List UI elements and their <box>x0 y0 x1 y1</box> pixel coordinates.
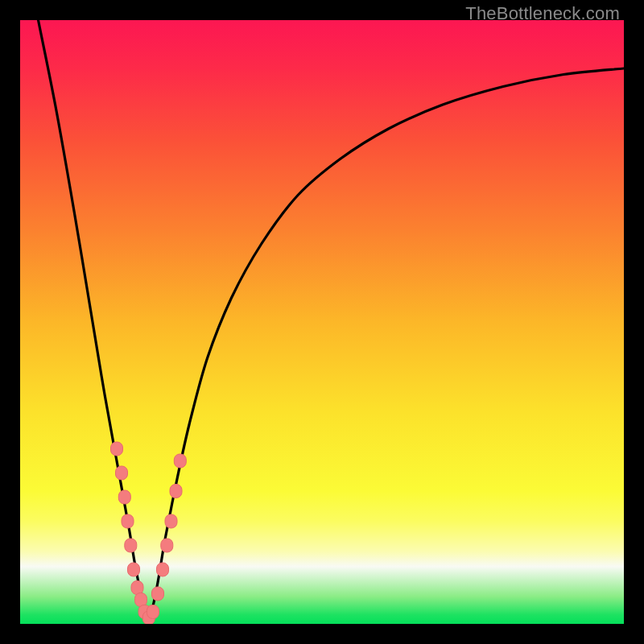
marker-point <box>122 514 134 528</box>
plot-area <box>20 20 624 624</box>
marker-point <box>118 490 130 504</box>
marker-point <box>125 539 137 552</box>
curve-layer <box>20 20 624 624</box>
marker-point <box>170 485 182 498</box>
marker-point <box>161 539 173 552</box>
marker-point <box>111 442 123 456</box>
marker-point <box>128 563 140 576</box>
marker-point <box>174 454 186 468</box>
marker-point <box>131 581 143 595</box>
chart-frame: TheBottleneck.com <box>0 0 644 644</box>
watermark-text: TheBottleneck.com <box>465 3 620 24</box>
marker-point <box>135 593 147 607</box>
bottleneck-curve <box>20 20 624 618</box>
marker-point <box>116 466 128 480</box>
marker-point <box>152 587 164 601</box>
marker-point <box>165 514 177 528</box>
marker-point <box>147 605 159 619</box>
marker-point <box>157 563 169 576</box>
marker-cluster <box>111 442 187 624</box>
